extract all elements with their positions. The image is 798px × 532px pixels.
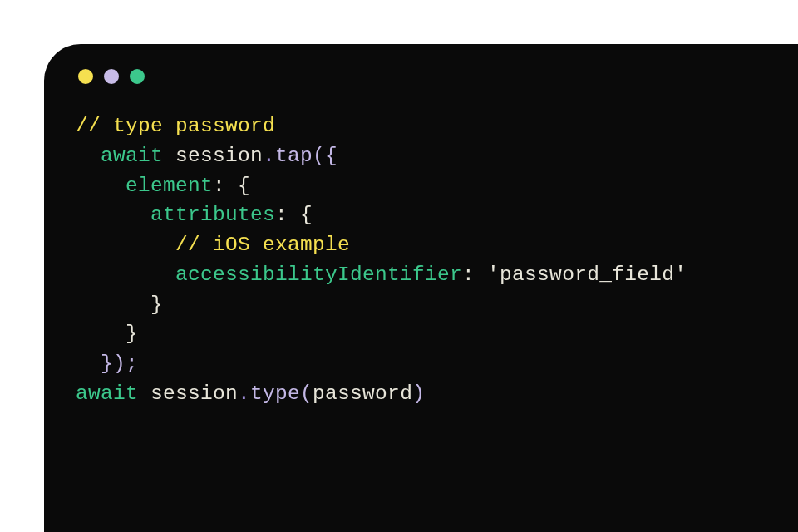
colon: :	[462, 264, 475, 286]
brace-close: }	[126, 323, 138, 345]
paren-open: ({	[313, 145, 337, 167]
control-maximize-icon[interactable]	[130, 69, 145, 84]
brace-close: }	[150, 293, 163, 316]
paren-open: (	[300, 382, 313, 405]
paren-close: });	[101, 352, 138, 375]
control-close-icon[interactable]	[78, 69, 93, 84]
accessibility-prop: accessibilityIdentifier	[175, 264, 462, 286]
attributes-prop: attributes	[150, 204, 275, 226]
dot-operator: .	[263, 145, 275, 167]
await-keyword: await	[76, 382, 138, 405]
brace-open: {	[288, 204, 313, 226]
outer-card: // type password await session.tap({ ele…	[0, 0, 798, 532]
paren-close: )	[412, 382, 425, 405]
string-literal: 'password_field'	[475, 264, 687, 286]
colon: :	[213, 175, 225, 197]
control-minimize-icon[interactable]	[104, 69, 119, 84]
await-keyword: await	[101, 145, 163, 167]
code-window: // type password await session.tap({ ele…	[44, 44, 798, 532]
dot-operator: .	[238, 382, 250, 405]
tap-method: tap	[275, 145, 313, 167]
element-prop: element	[126, 175, 213, 197]
arg: password	[313, 382, 412, 405]
session-object: session	[150, 382, 238, 405]
comment-line: // type password	[76, 115, 275, 137]
brace-open: {	[225, 175, 250, 197]
colon: :	[275, 204, 288, 226]
comment-line: // iOS example	[175, 234, 350, 256]
type-method: type	[250, 382, 300, 405]
window-controls	[78, 69, 766, 84]
session-object: session	[175, 145, 263, 167]
code-block: // type password await session.tap({ ele…	[76, 111, 766, 409]
